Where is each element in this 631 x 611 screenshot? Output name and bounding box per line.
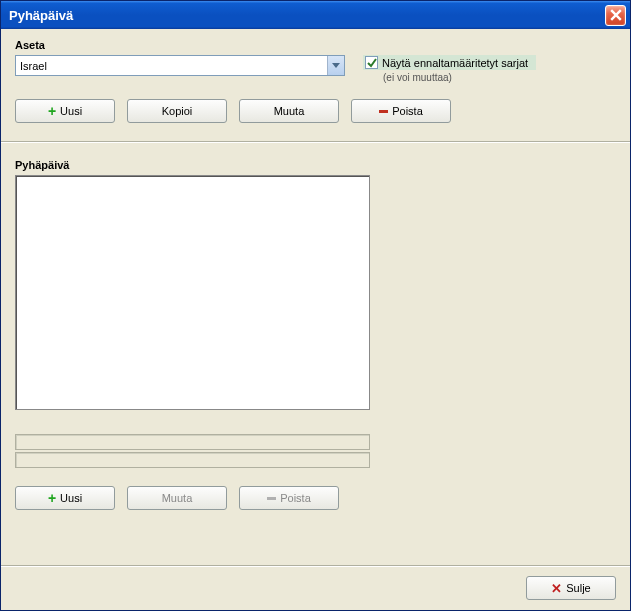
delete-set-button[interactable]: Poista: [351, 99, 451, 123]
edit-holiday-label: Muuta: [162, 492, 193, 504]
new-holiday-label: Uusi: [60, 492, 82, 504]
copy-set-label: Kopioi: [162, 105, 193, 117]
checkbox-hint: (ei voi muuttaa): [363, 72, 536, 83]
plus-icon: +: [48, 104, 56, 118]
set-select-value: Israel: [15, 55, 345, 76]
edit-set-label: Muuta: [274, 105, 305, 117]
bottom-section-label: Pyhäpäivä: [15, 159, 616, 171]
bottom-button-row: + Uusi Muuta Poista: [15, 486, 616, 510]
top-section-label: Aseta: [15, 39, 616, 51]
edit-holiday-button[interactable]: Muuta: [127, 486, 227, 510]
delete-holiday-button[interactable]: Poista: [239, 486, 339, 510]
set-select[interactable]: Israel: [15, 55, 345, 76]
holiday-listbox[interactable]: [15, 175, 370, 410]
status-bar-1: [15, 434, 370, 450]
new-set-button[interactable]: + Uusi: [15, 99, 115, 123]
close-button[interactable]: [605, 5, 626, 26]
bottom-section: Pyhäpäivä + Uusi Muuta Poista: [15, 159, 616, 510]
content-area: Aseta Israel Näytä ennaltamääritetyt sar…: [1, 29, 630, 565]
copy-set-button[interactable]: Kopioi: [127, 99, 227, 123]
top-section: Aseta Israel Näytä ennaltamääritetyt sar…: [15, 39, 616, 123]
window-title: Pyhäpäivä: [9, 8, 605, 23]
checkbox-area: Näytä ennaltamääritetyt sarjat (ei voi m…: [363, 55, 536, 83]
close-label: Sulje: [566, 582, 590, 594]
new-set-label: Uusi: [60, 105, 82, 117]
titlebar: Pyhäpäivä: [1, 1, 630, 29]
edit-set-button[interactable]: Muuta: [239, 99, 339, 123]
status-bars: [15, 434, 616, 468]
minus-icon: [267, 497, 276, 500]
window: Pyhäpäivä Aseta Israel: [0, 0, 631, 611]
footer: ✕ Sulje: [1, 565, 630, 610]
delete-set-label: Poista: [392, 105, 423, 117]
show-predefined-row: Näytä ennaltamääritetyt sarjat: [363, 55, 536, 70]
close-dialog-button[interactable]: ✕ Sulje: [526, 576, 616, 600]
show-predefined-checkbox[interactable]: [365, 56, 378, 69]
plus-icon: +: [48, 491, 56, 505]
minus-icon: [379, 110, 388, 113]
new-holiday-button[interactable]: + Uusi: [15, 486, 115, 510]
top-row: Israel Näytä ennaltamääritetyt sarjat (e…: [15, 55, 616, 83]
status-bar-2: [15, 452, 370, 468]
show-predefined-label: Näytä ennaltamääritetyt sarjat: [382, 57, 528, 69]
check-icon: [367, 58, 377, 68]
x-icon: ✕: [551, 582, 562, 595]
delete-holiday-label: Poista: [280, 492, 311, 504]
top-button-row: + Uusi Kopioi Muuta Poista: [15, 99, 616, 123]
divider: [1, 141, 630, 143]
close-icon: [610, 9, 622, 21]
